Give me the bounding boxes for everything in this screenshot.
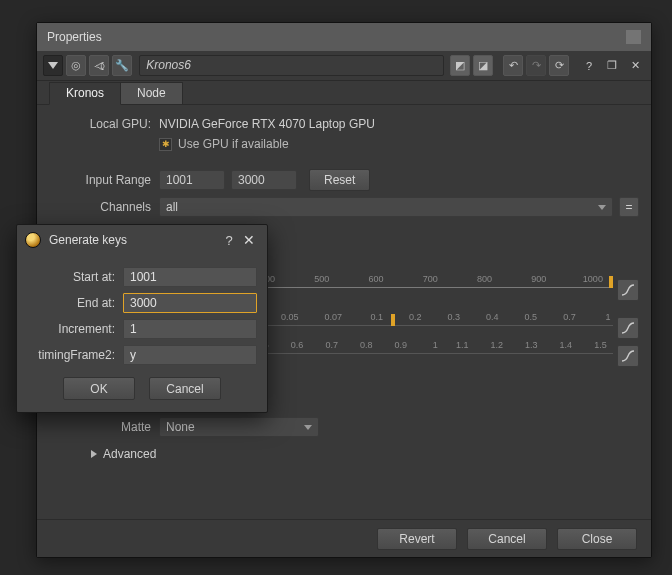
- window-title: Properties: [47, 30, 102, 44]
- frames-handle-icon[interactable]: [609, 276, 613, 288]
- checker-b-icon[interactable]: ◪: [473, 55, 493, 76]
- tab-node[interactable]: Node: [120, 82, 183, 105]
- dialog-titlebar[interactable]: Generate keys ? ✕: [17, 225, 267, 255]
- redo-icon[interactable]: ↷: [526, 55, 546, 76]
- input-range-label: Input Range: [49, 173, 159, 187]
- local-gpu-label: Local GPU:: [49, 117, 159, 131]
- reset-button[interactable]: Reset: [309, 169, 370, 191]
- timing1-handle-icon[interactable]: [391, 314, 395, 326]
- generate-keys-dialog: Generate keys ? ✕ Start at: 1001 End at:…: [16, 224, 268, 413]
- help-icon[interactable]: ?: [579, 55, 599, 76]
- channels-label: Channels: [49, 200, 159, 214]
- titlebar-close-icon[interactable]: [626, 30, 641, 44]
- increment-input[interactable]: 1: [123, 319, 257, 339]
- timing2-curve-button[interactable]: [617, 345, 639, 367]
- timingframe2-label: timingFrame2:: [27, 348, 123, 362]
- center-icon[interactable]: ◎: [66, 55, 86, 76]
- timingframe2-input[interactable]: y: [123, 345, 257, 365]
- app-icon: [25, 232, 41, 248]
- channels-extra-button[interactable]: =: [619, 197, 639, 217]
- timing1-curve-button[interactable]: [617, 317, 639, 339]
- dialog-cancel-button[interactable]: Cancel: [149, 377, 221, 400]
- close-button[interactable]: Close: [557, 528, 637, 550]
- dialog-help-icon[interactable]: ?: [219, 233, 239, 248]
- increment-label: Increment:: [27, 322, 123, 336]
- matte-label: Matte: [49, 420, 159, 434]
- local-gpu-value: NVIDIA GeForce RTX 4070 Laptop GPU: [159, 117, 375, 131]
- undo-icon[interactable]: ↶: [503, 55, 523, 76]
- dialog-title: Generate keys: [49, 233, 127, 247]
- chevron-right-icon: [91, 450, 97, 458]
- tab-bar: Kronos Node: [37, 81, 651, 104]
- refresh-icon[interactable]: ⟳: [549, 55, 569, 76]
- pop-out-icon[interactable]: ❐: [602, 55, 622, 76]
- plug-icon[interactable]: ⏿: [89, 55, 109, 76]
- dialog-ok-button[interactable]: OK: [63, 377, 135, 400]
- input-range-start[interactable]: 1001: [159, 170, 225, 190]
- end-at-input[interactable]: 3000: [123, 293, 257, 313]
- close-panel-icon[interactable]: ✕: [625, 55, 645, 76]
- checker-a-icon[interactable]: ◩: [450, 55, 470, 76]
- use-gpu-checkbox[interactable]: ✱: [159, 138, 172, 151]
- use-gpu-label: Use GPU if available: [178, 137, 289, 151]
- wrench-icon[interactable]: 🔧: [112, 55, 132, 76]
- start-at-input[interactable]: 1001: [123, 267, 257, 287]
- cancel-button[interactable]: Cancel: [467, 528, 547, 550]
- channels-dropdown[interactable]: all: [159, 197, 613, 217]
- disclosure-button[interactable]: [43, 55, 63, 76]
- end-at-label: End at:: [27, 296, 123, 310]
- tab-kronos[interactable]: Kronos: [49, 82, 121, 105]
- node-toolbar: ◎ ⏿ 🔧 Kronos6 ◩ ◪ ↶ ↷ ⟳ ? ❐ ✕: [37, 51, 651, 81]
- titlebar[interactable]: Properties: [37, 23, 651, 51]
- start-at-label: Start at:: [27, 270, 123, 284]
- dialog-close-icon[interactable]: ✕: [239, 232, 259, 248]
- input-range-end[interactable]: 3000: [231, 170, 297, 190]
- node-name-field[interactable]: Kronos6: [139, 55, 444, 76]
- frames-curve-button[interactable]: [617, 279, 639, 301]
- revert-button[interactable]: Revert: [377, 528, 457, 550]
- properties-footer: Revert Cancel Close: [37, 519, 651, 557]
- matte-dropdown[interactable]: None: [159, 417, 319, 437]
- advanced-disclosure[interactable]: Advanced: [91, 447, 639, 461]
